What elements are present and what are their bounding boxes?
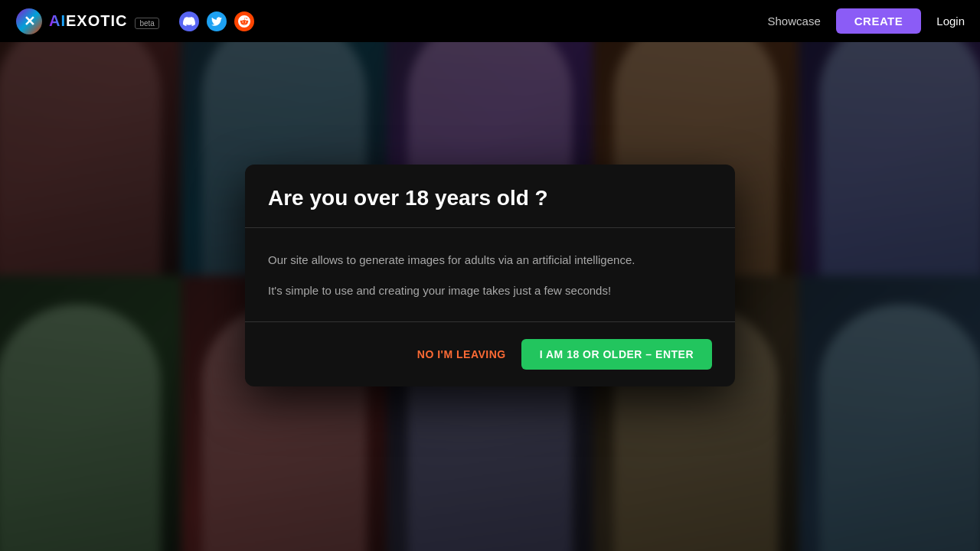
modal-title: Are you over 18 years old ? <box>268 186 712 210</box>
enter-button[interactable]: I AM 18 OR OLDER – ENTER <box>521 339 712 370</box>
modal-overlay: Are you over 18 years old ? Our site all… <box>0 0 980 551</box>
modal-header: Are you over 18 years old ? <box>245 165 735 228</box>
leave-button[interactable]: NO I'M LEAVING <box>417 348 506 360</box>
modal-footer: NO I'M LEAVING I AM 18 OR OLDER – ENTER <box>245 322 735 386</box>
modal-body-text-2: It's simple to use and creating your ima… <box>268 282 712 300</box>
modal-body: Our site allows to generate images for a… <box>245 228 735 322</box>
age-verification-modal: Are you over 18 years old ? Our site all… <box>245 165 735 386</box>
modal-body-text-1: Our site allows to generate images for a… <box>268 251 712 269</box>
